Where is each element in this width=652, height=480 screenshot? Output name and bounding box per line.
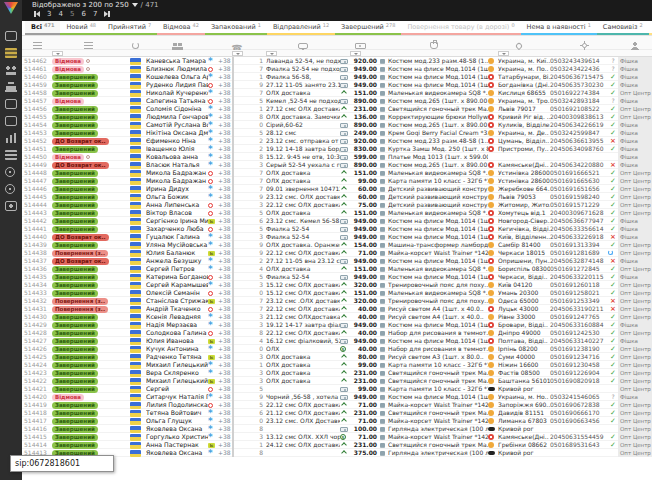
phone-number-box[interactable]	[232, 105, 254, 113]
table-row[interactable]: 514444ЗавершенийАнна Липенська+38322.12 …	[22, 201, 652, 209]
phone-hidden-overlay[interactable]	[232, 129, 234, 137]
table-row[interactable]: 514441ЗавершенийЗахарченко Люба+385Фиалк…	[22, 225, 652, 233]
table-row[interactable]: 514415ЗавершенийГоргулько Христина..*+38…	[22, 433, 652, 441]
ttn-number[interactable]: 0501690672838	[550, 401, 608, 409]
phone-hidden-overlay[interactable]	[232, 441, 234, 449]
ttn-number[interactable]: 20450636715475	[550, 73, 608, 81]
phone-hidden-overlay[interactable]	[232, 97, 234, 105]
column-filter-dropdown[interactable]	[498, 51, 509, 56]
phone-hidden-overlay[interactable]	[232, 337, 234, 345]
ttn-number[interactable]: 0501691571229	[550, 201, 608, 209]
phone-number-box[interactable]	[232, 409, 254, 417]
ttn-number[interactable]: 0501691598240	[550, 193, 608, 201]
video-icon[interactable]	[5, 201, 17, 211]
phone-number-box[interactable]	[232, 385, 254, 393]
ttn-number[interactable]: 20450631554459	[550, 433, 608, 441]
column-filter-dropdown[interactable]	[52, 51, 63, 56]
ttn-number[interactable]: 20450632874148	[550, 257, 608, 265]
tab-Прийнятий[interactable]: Прийнятий7	[102, 21, 157, 35]
ttn-number[interactable]: 0501690820918	[550, 377, 608, 385]
phone-number-box[interactable]	[232, 129, 254, 137]
column-filter-dropdown[interactable]	[232, 51, 243, 56]
phone-hidden-overlay[interactable]	[232, 225, 234, 233]
ttn-number[interactable]: 20450636613955	[550, 137, 608, 145]
phone-hidden-overlay[interactable]	[232, 449, 234, 457]
phone-number-box[interactable]	[232, 313, 254, 321]
ttn-number[interactable]: 0501691230458	[550, 361, 608, 369]
ttn-number[interactable]: 0501691247765	[550, 313, 608, 321]
ttn-number[interactable]: 0501691242530	[550, 329, 608, 337]
ttn-number[interactable]: 0501691238190	[550, 345, 608, 353]
table-row[interactable]: 514421ЗавершенийСергей+38599.00Карта пам…	[22, 385, 652, 393]
ttn-number[interactable]: 20450633140227	[550, 337, 608, 345]
table-row[interactable]: 514436ЗавершенийСергей Петров*+384ОЛХ до…	[22, 265, 652, 273]
table-row[interactable]: 514426ЗавершенийКучук Антонина*+380ОЛХS4…	[22, 345, 652, 353]
page-number[interactable]: 3	[47, 10, 51, 18]
phone-hidden-overlay[interactable]	[232, 233, 234, 241]
phone-number-box[interactable]	[232, 401, 254, 409]
phone-hidden-overlay[interactable]	[232, 289, 234, 297]
ttn-number[interactable]: 20450636677947	[550, 217, 608, 225]
phone-number-box[interactable]	[232, 377, 254, 385]
table-row[interactable]: 514455ЗавершенийЛюдмила Гончарова*+388ОЛ…	[22, 113, 652, 121]
table-row[interactable]: 514434ЗавершенийСергей Карамышев*+38315.…	[22, 281, 652, 289]
phone-hidden-overlay[interactable]	[232, 329, 234, 337]
page-number[interactable]: 6	[81, 10, 85, 18]
phone-number-box[interactable]	[232, 225, 254, 233]
phone-number-box[interactable]	[232, 233, 254, 241]
ttn-number[interactable]: 20450633356614	[550, 225, 608, 233]
table-row[interactable]: 514419ЗавершенийЛилия Подолинская+38522.…	[22, 401, 652, 409]
phone-number-box[interactable]	[232, 249, 254, 257]
phone-hidden-overlay[interactable]	[232, 73, 234, 81]
phone-number-box[interactable]	[232, 289, 254, 297]
table-row[interactable]: 514459ЗавершенийРуденко Лидия Пав..+3892…	[22, 81, 652, 89]
phone-hidden-overlay[interactable]	[232, 81, 234, 89]
phone-number-box[interactable]	[232, 329, 254, 337]
orders-icon[interactable]	[5, 48, 17, 58]
ttn-number[interactable]: 0501689531643	[550, 441, 608, 449]
page-number[interactable]: 7	[93, 10, 97, 18]
phone-hidden-overlay[interactable]	[232, 177, 234, 185]
table-row[interactable]: 514452ДО Возврат ок..Єфименко Ніна*+3822…	[22, 137, 652, 145]
table-row[interactable]: 514417ЗавершенийОльга Глущук*+38023.12 с…	[22, 417, 652, 425]
phone-hidden-overlay[interactable]	[232, 241, 234, 249]
phone-number-box[interactable]	[232, 337, 254, 345]
table-row[interactable]: 514446ЗавершенийИрина Дидух*+38709.01 зв…	[22, 185, 652, 193]
phone-hidden-overlay[interactable]	[232, 113, 234, 121]
phone-hidden-overlay[interactable]	[232, 401, 234, 409]
phone-number-box[interactable]	[232, 161, 254, 169]
table-row[interactable]: 514424ЗавершенийМихаил Гилецький*+381ОЛХ…	[22, 361, 652, 369]
tab-Всі[interactable]: Всі471	[25, 21, 60, 35]
phone-number-box[interactable]	[232, 209, 254, 217]
ttn-number[interactable]: 0501691234716	[550, 353, 608, 361]
tab-Нема в наявності[interactable]: Нема в наявності1	[521, 21, 597, 35]
ttn-number[interactable]: 0501690663456	[550, 417, 608, 425]
table-row[interactable]: 514437ДО Возврат ок..Анжела Безушку*+382…	[22, 257, 652, 265]
phone-number-box[interactable]	[232, 425, 254, 433]
ttn-number[interactable]: 0503242893184	[550, 97, 608, 105]
table-row[interactable]: 514431Повернення (з..Андрій Ткаченко+387…	[22, 305, 652, 313]
phone-number-box[interactable]	[232, 201, 254, 209]
table-row[interactable]: 514425ЗавершенийРадченко Тетянаlc+383ОЛХ…	[22, 353, 652, 361]
ttn-number[interactable]: 0501691665630	[550, 177, 608, 185]
tab-Відмова[interactable]: Відмова42	[157, 21, 205, 35]
phone-hidden-overlay[interactable]	[232, 321, 234, 329]
phone-number-box[interactable]	[232, 177, 254, 185]
ttn-number[interactable]: 20450635730230	[550, 81, 608, 89]
phone-hidden-overlay[interactable]	[232, 65, 234, 73]
ttn-number[interactable]: 0501691272845	[550, 265, 608, 273]
tab-Завершений[interactable]: Завершений278	[335, 21, 401, 35]
phone-number-box[interactable]	[232, 257, 254, 265]
phone-number-box[interactable]	[232, 121, 254, 129]
phone-hidden-overlay[interactable]	[232, 161, 234, 169]
phone-number-box[interactable]	[232, 65, 254, 73]
tab-Запакований[interactable]: Запакований1	[205, 21, 267, 35]
table-row[interactable]: 514429ЗавершенийНадія Мерзаєва*+38319.12…	[22, 321, 652, 329]
phone-number-box[interactable]	[232, 305, 254, 313]
table-row[interactable]: 514430ЗавершенийКсенія Левадняя*+38321.1…	[22, 313, 652, 321]
ttn-number[interactable]: 20450633220115	[550, 273, 608, 281]
phone-number-box[interactable]	[232, 57, 254, 65]
tab-Сервіси[interactable]: Сервіси0	[649, 21, 652, 35]
phone-hidden-overlay[interactable]	[232, 209, 234, 217]
phone-hidden-overlay[interactable]	[232, 417, 234, 425]
